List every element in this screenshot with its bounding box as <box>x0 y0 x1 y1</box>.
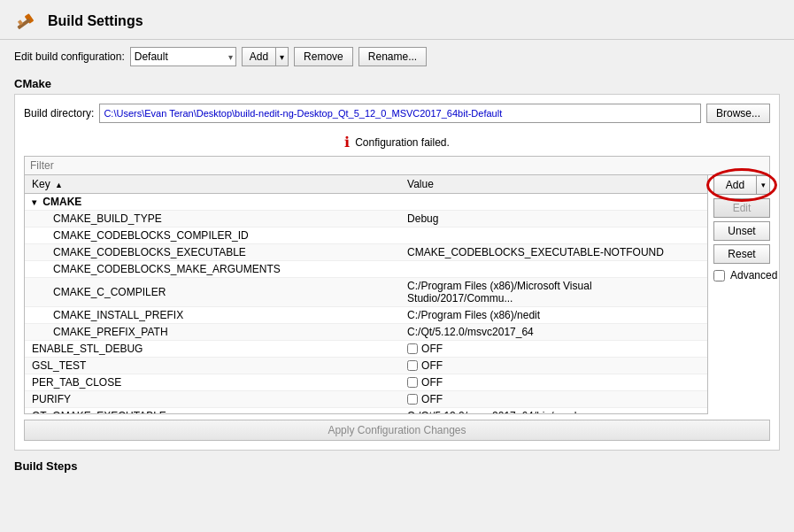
config-select-wrapper: Default ▾ <box>130 47 236 66</box>
key-cell: CMAKE_INSTALL_PREFIX <box>25 307 400 324</box>
key-cell: ▾ CMAKE <box>25 194 400 211</box>
build-steps-title: Build Steps <box>0 451 794 476</box>
key-cell: CMAKE_BUILD_TYPE <box>25 211 400 227</box>
config-error-text: Configuration failed. <box>355 136 450 149</box>
table-row[interactable]: PURIFY OFF <box>25 391 707 408</box>
add-cmake-arrow[interactable]: ▾ <box>756 175 770 195</box>
expand-arrow-icon: ▾ <box>32 197 36 207</box>
table-row[interactable]: CMAKE_BUILD_TYPE Debug <box>25 211 707 227</box>
filter-input[interactable] <box>30 159 764 172</box>
key-cell: PURIFY <box>25 391 400 408</box>
cmake-section-title: CMake <box>0 73 794 94</box>
add-config-arrow[interactable]: ▾ <box>275 47 289 66</box>
add-config-main[interactable]: Add <box>242 47 275 66</box>
table-row[interactable]: ▾ CMAKE <box>25 194 707 211</box>
key-cell: QT_QMAKE_EXECUTABLE <box>25 408 400 415</box>
cmake-table-container[interactable]: Key ▲ Value ▾ C <box>24 175 708 414</box>
reset-cmake-button[interactable]: Reset <box>713 244 770 264</box>
advanced-row: Advanced <box>713 269 770 281</box>
key-cell: CMAKE_CODEBLOCKS_COMPILER_ID <box>25 227 400 244</box>
row-checkbox[interactable] <box>407 343 418 354</box>
value-cell: C:/Qt/5.12.0/msvc2017_64/bin/qmake.exe <box>400 408 707 415</box>
key-cell: CMAKE_CODEBLOCKS_MAKE_ARGUMENTS <box>25 261 400 278</box>
table-row[interactable]: CMAKE_CODEBLOCKS_MAKE_ARGUMENTS <box>25 261 707 278</box>
table-row[interactable]: QT_QMAKE_EXECUTABLE C:/Qt/5.12.0/msvc201… <box>25 408 707 415</box>
table-area: Key ▲ Value ▾ C <box>24 175 770 414</box>
advanced-label: Advanced <box>730 269 777 281</box>
add-config-button[interactable]: Add ▾ <box>242 47 289 66</box>
build-dir-label: Build directory: <box>24 107 94 120</box>
key-cell: GSL_TEST <box>25 358 400 374</box>
page-title: Build Settings <box>48 13 143 29</box>
value-cell: C:/Program Files (x86)/nedit <box>400 307 707 324</box>
header: Build Settings <box>0 0 794 40</box>
row-checkbox[interactable] <box>407 377 418 388</box>
table-row[interactable]: CMAKE_C_COMPILER C:/Program Files (x86)/… <box>25 278 707 307</box>
row-checkbox[interactable] <box>407 360 418 371</box>
cmake-section: Build directory: Browse... ℹ Configurati… <box>14 94 780 451</box>
config-error: ℹ Configuration failed. <box>24 130 770 156</box>
config-select[interactable]: Default <box>130 47 236 66</box>
key-cell: CMAKE_C_COMPILER <box>25 278 400 307</box>
table-row[interactable]: CMAKE_PREFIX_PATH C:/Qt/5.12.0/msvc2017_… <box>25 324 707 341</box>
page: Build Settings Edit build configuration:… <box>0 0 794 476</box>
remove-config-button[interactable]: Remove <box>294 47 353 66</box>
value-cell: OFF <box>400 341 707 358</box>
value-cell: OFF <box>400 391 707 408</box>
build-dir-row: Build directory: Browse... <box>24 104 770 123</box>
value-cell: C:/Qt/5.12.0/msvc2017_64 <box>400 324 707 341</box>
table-row[interactable]: ENABLE_STL_DEBUG OFF <box>25 341 707 358</box>
value-cell <box>400 261 707 278</box>
unset-cmake-button[interactable]: Unset <box>713 221 770 241</box>
sort-arrow-icon: ▲ <box>55 181 63 189</box>
col-value[interactable]: Value <box>400 175 707 194</box>
table-row[interactable]: GSL_TEST OFF <box>25 358 707 374</box>
key-cell: ENABLE_STL_DEBUG <box>25 341 400 358</box>
advanced-checkbox[interactable] <box>713 270 725 281</box>
value-cell: OFF <box>400 358 707 374</box>
value-cell <box>400 227 707 244</box>
browse-button[interactable]: Browse... <box>706 104 770 123</box>
apply-button[interactable]: Apply Configuration Changes <box>24 420 770 441</box>
cmake-table: Key ▲ Value ▾ C <box>25 175 707 414</box>
value-cell: OFF <box>400 374 707 391</box>
key-cell: CMAKE_CODEBLOCKS_EXECUTABLE <box>25 244 400 261</box>
add-cmake-main[interactable]: Add <box>713 175 756 195</box>
value-cell: Debug <box>400 211 707 227</box>
table-row[interactable]: CMAKE_CODEBLOCKS_EXECUTABLE CMAKE_CODEBL… <box>25 244 707 261</box>
toolbar: Edit build configuration: Default ▾ Add … <box>0 40 794 73</box>
key-cell: CMAKE_PREFIX_PATH <box>25 324 400 341</box>
table-row[interactable]: PER_TAB_CLOSE OFF <box>25 374 707 391</box>
add-cmake-button[interactable]: Add ▾ <box>713 175 770 195</box>
value-cell <box>400 194 707 211</box>
filter-row <box>24 156 770 175</box>
edit-config-label: Edit build configuration: <box>14 50 125 63</box>
col-key[interactable]: Key ▲ <box>25 175 400 194</box>
key-cell: PER_TAB_CLOSE <box>25 374 400 391</box>
hammer-icon <box>14 9 39 34</box>
side-buttons: Add ▾ Edit Unset Reset Advanced <box>708 175 770 414</box>
table-row[interactable]: CMAKE_INSTALL_PREFIX C:/Program Files (x… <box>25 307 707 324</box>
row-checkbox[interactable] <box>407 394 418 405</box>
table-row[interactable]: CMAKE_CODEBLOCKS_COMPILER_ID <box>25 227 707 244</box>
rename-config-button[interactable]: Rename... <box>358 47 427 66</box>
build-dir-input[interactable] <box>99 104 701 123</box>
value-cell: C:/Program Files (x86)/Microsoft Visual … <box>400 278 707 307</box>
value-cell: CMAKE_CODEBLOCKS_EXECUTABLE-NOTFOUND <box>400 244 707 261</box>
error-icon: ℹ <box>344 134 350 150</box>
edit-cmake-button[interactable]: Edit <box>713 198 770 218</box>
